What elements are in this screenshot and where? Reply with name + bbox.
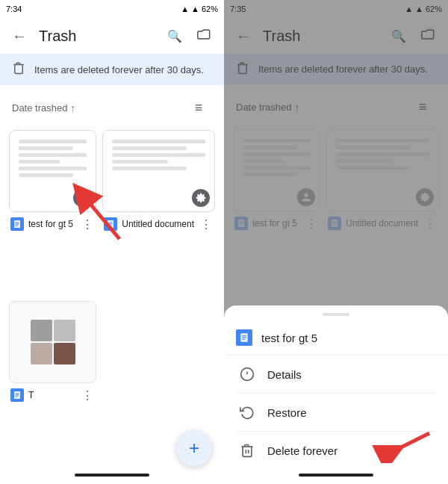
bottom-sheet: test for gt 5 Details Restore xyxy=(224,305,448,484)
line xyxy=(112,153,205,157)
top-bar-left: ← Trash 🔍 xyxy=(0,18,224,54)
file-menu-3[interactable]: ⋮ xyxy=(80,388,95,403)
file-info-3: T ⋮ xyxy=(9,383,96,404)
line xyxy=(19,146,73,150)
line xyxy=(19,173,73,177)
status-bar-left: 7:34 ▲ ▲ 62% xyxy=(0,0,224,18)
color-grid-3 xyxy=(31,320,75,364)
thumbnail-3[interactable] xyxy=(9,301,96,383)
file-card-3: T ⋮ xyxy=(9,301,96,466)
list-view-btn-left[interactable]: ≡ xyxy=(185,94,212,121)
thumbnail-1[interactable] xyxy=(9,130,96,212)
file-info-1: test for gt 5 ⋮ xyxy=(9,212,96,233)
nav-indicator-left xyxy=(0,469,224,484)
restore-icon xyxy=(239,404,255,421)
line xyxy=(112,140,205,143)
color-cell-1 xyxy=(31,320,52,341)
line xyxy=(19,167,87,170)
left-panel: 7:34 ▲ ▲ 62% ← Trash 🔍 xyxy=(0,0,224,484)
sheet-item-details[interactable]: Details xyxy=(224,356,448,393)
page-title-left: Trash xyxy=(39,28,161,45)
back-button-left[interactable]: ← xyxy=(6,22,33,49)
line xyxy=(19,140,87,143)
line xyxy=(112,146,187,150)
info-banner-left: Items are deleted forever after 30 days. xyxy=(0,54,224,85)
sheet-handle xyxy=(323,313,349,316)
color-cell-3 xyxy=(31,343,52,364)
fab-button-left[interactable]: + xyxy=(176,430,212,466)
sort-bar-left: Date trashed ↑ ≡ xyxy=(0,88,224,127)
line xyxy=(112,160,168,164)
top-icons-left: 🔍 xyxy=(161,22,218,49)
wifi-icon: ▲ xyxy=(181,4,189,13)
search-icon-left: 🔍 xyxy=(167,29,182,43)
line xyxy=(19,160,60,164)
files-grid-left: test for gt 5 ⋮ xyxy=(0,127,224,469)
file-card-1: test for gt 5 ⋮ xyxy=(9,130,96,295)
sheet-item-restore-label: Restore xyxy=(267,406,307,419)
file-name-2: Untitled document xyxy=(122,219,194,229)
file-name-3: T xyxy=(28,390,75,400)
list-view-icon-left: ≡ xyxy=(195,100,203,116)
details-icon xyxy=(239,366,255,382)
arrow-annotation-right xyxy=(366,418,441,463)
doc-lines-2 xyxy=(112,140,205,173)
doc-lines-1 xyxy=(19,140,87,180)
file-menu-2[interactable]: ⋮ xyxy=(199,217,214,232)
file-name-1: test for gt 5 xyxy=(28,219,75,229)
file-menu-1[interactable]: ⋮ xyxy=(80,217,95,232)
thumbnail-2[interactable] xyxy=(102,130,215,212)
trash-icon-banner-left xyxy=(12,61,25,78)
doc-icon-1 xyxy=(10,217,24,231)
sheet-item-details-label: Details xyxy=(267,368,302,381)
search-button-left[interactable]: 🔍 xyxy=(161,22,188,49)
avatar-icon-1 xyxy=(73,189,91,207)
color-cell-4 xyxy=(54,343,75,364)
nav-indicator-right xyxy=(224,469,448,484)
sort-arrow-left: ↑ xyxy=(70,102,75,114)
line xyxy=(19,153,87,157)
line xyxy=(112,167,187,170)
file-card-2: Untitled document ⋮ xyxy=(102,130,215,295)
battery-left: 62% xyxy=(202,4,218,13)
sheet-item-delete-label: Delete forever xyxy=(267,444,337,457)
sheet-file-icon xyxy=(236,329,252,346)
sheet-header: test for gt 5 xyxy=(224,322,448,356)
sort-label-left[interactable]: Date trashed ↑ xyxy=(12,102,75,114)
settings-icon-2 xyxy=(192,189,210,207)
delete-forever-icon xyxy=(239,442,255,459)
nav-bar-left xyxy=(75,474,149,477)
file-info-2: Untitled document ⋮ xyxy=(102,212,215,233)
fab-icon-left: + xyxy=(189,438,199,459)
doc-icon-3 xyxy=(10,388,24,402)
back-icon-left: ← xyxy=(12,28,27,45)
folder-button-left[interactable] xyxy=(191,22,218,49)
sheet-file-name: test for gt 5 xyxy=(261,332,317,344)
nav-bar-right xyxy=(299,474,373,477)
sort-text-left: Date trashed xyxy=(12,102,67,114)
time-left: 7:34 xyxy=(6,4,22,13)
status-icons-left: ▲ ▲ 62% xyxy=(181,4,218,13)
right-panel: 7:35 ▲ ▲ 62% ← Trash 🔍 xyxy=(224,0,448,484)
banner-text-left: Items are deleted forever after 30 days. xyxy=(34,64,204,75)
folder-icon-left xyxy=(197,27,212,45)
color-cell-2 xyxy=(54,320,75,341)
signal-icon: ▲ xyxy=(191,4,199,13)
doc-icon-2 xyxy=(104,217,117,231)
